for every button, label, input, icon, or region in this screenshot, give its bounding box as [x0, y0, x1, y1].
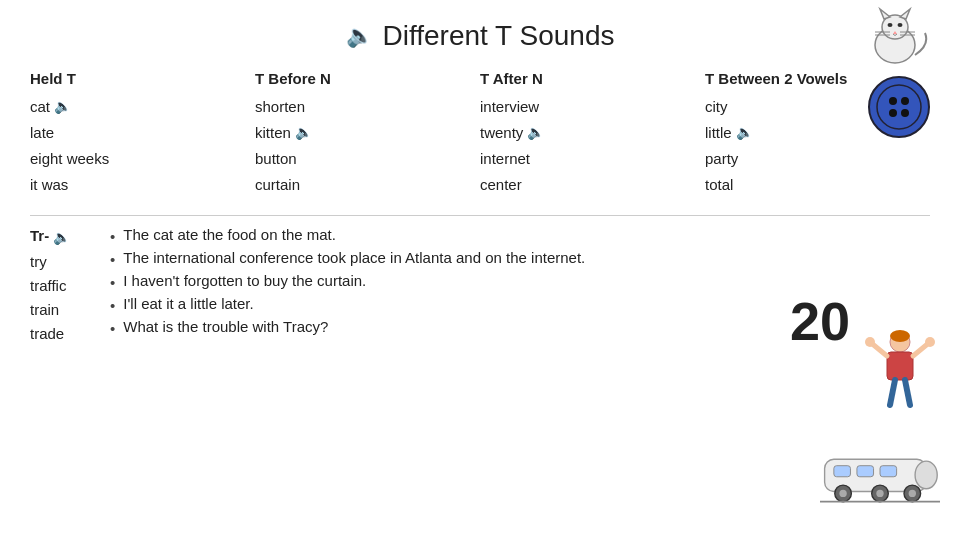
- bullet-text-0: The cat ate the food on the mat.: [123, 226, 336, 243]
- tr-word3-text: trade: [30, 325, 64, 342]
- col2-word1-text: kitten: [255, 124, 291, 141]
- col3-header: T After N: [480, 70, 705, 87]
- svg-point-13: [889, 97, 897, 105]
- tr-word1: traffic: [30, 274, 100, 296]
- col3-word1-text: twenty: [480, 124, 523, 141]
- svg-marker-3: [900, 9, 910, 19]
- tr-header: Tr-: [30, 227, 49, 244]
- bullet-dot-0: •: [110, 228, 115, 245]
- cat-decoration: [860, 5, 930, 70]
- col1-word1-text: late: [30, 124, 54, 141]
- col3-word2-text: internet: [480, 150, 530, 167]
- tr-word2-text: train: [30, 301, 59, 318]
- col3-word2: internet: [480, 147, 705, 169]
- svg-line-24: [890, 380, 895, 405]
- bullet-dot-4: •: [110, 320, 115, 337]
- bullet-text-1: The international conference took place …: [123, 249, 585, 266]
- cat-svg: [860, 5, 930, 70]
- svg-point-18: [890, 330, 910, 342]
- svg-rect-19: [887, 352, 913, 380]
- col1-speaker0[interactable]: 🔈: [54, 98, 71, 114]
- title-speaker-icon[interactable]: 🔈: [346, 23, 373, 49]
- col2-word0-text: shorten: [255, 98, 305, 115]
- tr-word3: trade: [30, 322, 100, 344]
- svg-point-15: [889, 109, 897, 117]
- bullet-item-2: • I haven't forgotten to buy the curtain…: [110, 272, 930, 291]
- col3-word3-text: center: [480, 176, 522, 193]
- bullet-dot-1: •: [110, 251, 115, 268]
- svg-point-36: [909, 490, 916, 497]
- svg-rect-29: [857, 466, 874, 477]
- col1-word2-text: eight weeks: [30, 150, 109, 167]
- svg-point-4: [888, 23, 893, 27]
- bullet-dot-2: •: [110, 274, 115, 291]
- col3-word0-text: interview: [480, 98, 539, 115]
- col3-speaker1[interactable]: 🔈: [527, 124, 544, 140]
- svg-point-14: [901, 97, 909, 105]
- tr-word0: try: [30, 250, 100, 272]
- train-decoration: [820, 450, 940, 520]
- col4-word1-text: little: [705, 124, 732, 141]
- tr-column: Tr- 🔈 try traffic train trade: [30, 226, 100, 344]
- col4-word2-text: party: [705, 150, 738, 167]
- col3-word3: center: [480, 173, 705, 195]
- col4-word3-text: total: [705, 176, 733, 193]
- col4-speaker1[interactable]: 🔈: [736, 124, 753, 140]
- tr-word2: train: [30, 298, 100, 320]
- button-decoration: [867, 75, 932, 140]
- col2-word2-text: button: [255, 150, 297, 167]
- svg-rect-30: [880, 466, 897, 477]
- person-decoration: [865, 330, 935, 420]
- col1-word2: eight weeks: [30, 147, 255, 169]
- column-t-before-n: T Before N shorten kitten 🔈 button curta…: [255, 70, 480, 195]
- page-title: Different T Sounds: [383, 20, 615, 52]
- tr-word1-text: traffic: [30, 277, 66, 294]
- col2-header: T Before N: [255, 70, 480, 87]
- bullet-text-3: I'll eat it a little later.: [123, 295, 253, 312]
- col4-word2: party: [705, 147, 930, 169]
- person-svg: [865, 330, 935, 420]
- col4-word0-text: city: [705, 98, 728, 115]
- col2-word2: button: [255, 147, 480, 169]
- svg-point-34: [876, 490, 883, 497]
- top-columns: Held T cat 🔈 late eight weeks it was T B…: [30, 70, 930, 195]
- bullet-dot-3: •: [110, 297, 115, 314]
- title-row: 🔈 Different T Sounds: [30, 20, 930, 52]
- bullet-item-1: • The international conference took plac…: [110, 249, 930, 268]
- column-t-after-n: T After N interview twenty 🔈 internet ce…: [480, 70, 705, 195]
- bullet-item-0: • The cat ate the food on the mat.: [110, 226, 930, 245]
- col1-word1: late: [30, 121, 255, 143]
- svg-point-23: [925, 337, 935, 347]
- svg-point-5: [898, 23, 903, 27]
- svg-line-25: [905, 380, 910, 405]
- col2-word0: shorten: [255, 95, 480, 117]
- tr-header-row: Tr- 🔈: [30, 226, 100, 248]
- col2-speaker1[interactable]: 🔈: [295, 124, 312, 140]
- col1-word0-text: cat: [30, 98, 50, 115]
- svg-point-16: [901, 109, 909, 117]
- svg-point-11: [869, 77, 929, 137]
- number-display: 20: [790, 290, 850, 352]
- col1-word3: it was: [30, 173, 255, 195]
- col3-word0: interview: [480, 95, 705, 117]
- button-svg: [867, 75, 932, 140]
- svg-marker-2: [880, 9, 890, 19]
- train-svg: [820, 450, 940, 510]
- bullet-text-2: I haven't forgotten to buy the curtain.: [123, 272, 366, 289]
- col1-word0: cat 🔈: [30, 95, 255, 117]
- svg-point-32: [839, 490, 846, 497]
- col2-word1: kitten 🔈: [255, 121, 480, 143]
- col4-word3: total: [705, 173, 930, 195]
- col1-header: Held T: [30, 70, 255, 87]
- col3-word1: twenty 🔈: [480, 121, 705, 143]
- col2-word3: curtain: [255, 173, 480, 195]
- svg-rect-28: [834, 466, 851, 477]
- tr-word0-text: try: [30, 253, 47, 270]
- tr-speaker[interactable]: 🔈: [53, 229, 70, 245]
- col2-word3-text: curtain: [255, 176, 300, 193]
- main-page: 🔈 Different T Sounds: [0, 0, 960, 540]
- column-held-t: Held T cat 🔈 late eight weeks it was: [30, 70, 255, 195]
- bullet-text-4: What is the trouble with Tracy?: [123, 318, 328, 335]
- col1-word3-text: it was: [30, 176, 68, 193]
- section-divider: [30, 215, 930, 216]
